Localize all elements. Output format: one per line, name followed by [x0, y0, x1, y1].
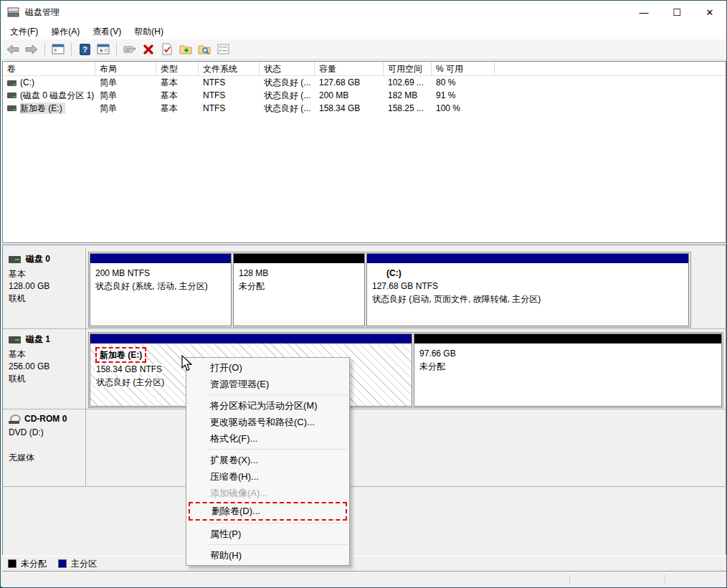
menu-action[interactable]: 操作(A) [44, 24, 86, 40]
minimize-button[interactable]: — [627, 1, 660, 24]
menu-separator [208, 394, 348, 395]
legend-unallocated: 未分配 [8, 558, 47, 570]
partition-color-bar [367, 254, 688, 263]
menu-separator [208, 523, 348, 523]
svg-text:?: ? [82, 45, 87, 54]
toolbar-separator [71, 42, 72, 57]
folder-search-icon[interactable] [196, 42, 212, 57]
menu-separator [208, 449, 348, 450]
legend-primary-partition: 主分区 [58, 558, 97, 570]
action-pane-icon[interactable] [95, 42, 111, 57]
menu-help[interactable]: 帮助(H) [128, 24, 170, 40]
volume-icon [7, 105, 16, 111]
menu-file[interactable]: 文件(F) [4, 24, 44, 40]
volume-list-header: 卷 布局 类型 文件系统 状态 容量 可用空间 % 可用 [3, 62, 726, 76]
disk0-info-panel[interactable]: 磁盘 0 基本 128.00 GB 联机 [3, 249, 86, 328]
app-disk-icon [7, 6, 20, 18]
console-tree-icon[interactable] [50, 42, 66, 57]
highlight-box-volume-label: 新加卷 (E:) [95, 347, 146, 363]
volume-list-pane: 卷 布局 类型 文件系统 状态 容量 可用空间 % 可用 (C:) 简单 基本 … [2, 61, 726, 243]
menu-item-help[interactable]: 帮助(H) [186, 547, 349, 564]
forward-arrow-icon[interactable] [24, 42, 39, 57]
disk0-row: 磁盘 0 基本 128.00 GB 联机 200 MB NTFS 状态良好 (系… [3, 249, 726, 329]
help-icon[interactable]: ? [77, 42, 92, 57]
menu-view[interactable]: 查看(V) [86, 24, 128, 40]
table-row[interactable]: (C:) 简单 基本 NTFS 状态良好 (... 127.68 GB 102.… [3, 76, 726, 89]
menu-item-delete-volume[interactable]: 删除卷(D)... [190, 503, 346, 519]
partition-color-bar [90, 254, 231, 263]
cdrom-info-panel[interactable]: CD-ROM 0 DVD (D:) 无媒体 [3, 409, 86, 486]
col-filesystem[interactable]: 文件系统 [199, 62, 260, 75]
divider [665, 574, 665, 585]
volume-icon [7, 80, 16, 86]
folder-up-icon[interactable] [178, 42, 194, 57]
menu-item-properties[interactable]: 属性(P) [186, 526, 349, 542]
window-title: 磁盘管理 [25, 6, 60, 19]
menu-item-explorer[interactable]: 资源管理器(E) [186, 376, 349, 392]
validate-doc-icon[interactable] [159, 42, 175, 57]
divider [3, 486, 726, 487]
status-bar [2, 572, 726, 587]
delete-x-icon[interactable] [141, 42, 156, 57]
disk1-row: 磁盘 1 基本 256.00 GB 联机 新加卷 (E:) 158.34 GB … [3, 329, 726, 409]
col-free-space[interactable]: 可用空间 [384, 62, 432, 75]
disk1-info-panel[interactable]: 磁盘 1 基本 256.00 GB 联机 [3, 329, 86, 409]
partition-color-bar [234, 254, 364, 263]
disk0-partition-system[interactable]: 200 MB NTFS 状态良好 (系统, 活动, 主分区) [90, 253, 232, 326]
cdrom-icon [9, 414, 19, 424]
graphical-pane: 磁盘 0 基本 128.00 GB 联机 200 MB NTFS 状态良好 (系… [2, 245, 726, 555]
toolbar: ? [1, 39, 726, 60]
menu-item-change-drive-letter[interactable]: 更改驱动器号和路径(C)... [186, 414, 349, 430]
disk1-partition-unallocated[interactable]: 97.66 GB 未分配 [414, 333, 722, 407]
status-popup-icon[interactable] [122, 42, 138, 57]
partition-color-bar [414, 334, 721, 343]
col-status[interactable]: 状态 [260, 62, 315, 75]
divider [569, 574, 570, 585]
mouse-cursor [181, 355, 194, 374]
legend-bar: 未分配 主分区 [2, 556, 726, 572]
unallocated-swatch [8, 559, 16, 568]
menu-bar: 文件(F) 操作(A) 查看(V) 帮助(H) [1, 24, 726, 39]
toolbar-separator [116, 42, 117, 57]
cdrom-row: CD-ROM 0 DVD (D:) 无媒体 [3, 409, 726, 487]
table-row[interactable]: (磁盘 0 磁盘分区 1) 简单 基本 NTFS 状态良好 (... 200 M… [3, 89, 726, 102]
menu-item-add-mirror: 添加镜像(A)... [186, 485, 349, 501]
menu-item-open[interactable]: 打开(O) [186, 359, 349, 376]
col-volume[interactable]: 卷 [3, 62, 95, 75]
disk0-partition-unallocated[interactable]: 128 MB 未分配 [233, 253, 365, 326]
volume-icon [7, 93, 16, 98]
col-type[interactable]: 类型 [156, 62, 199, 75]
partition-color-bar [90, 334, 412, 343]
disk-management-window: 磁盘管理 — ☐ ✕ 文件(F) 操作(A) 查看(V) 帮助(H) ? [0, 0, 727, 588]
disk-icon [9, 336, 21, 343]
primary-partition-swatch [58, 559, 67, 568]
col-layout[interactable]: 布局 [95, 62, 156, 75]
close-button[interactable]: ✕ [693, 1, 726, 24]
menu-item-format[interactable]: 格式化(F)... [186, 430, 349, 447]
back-arrow-icon[interactable] [5, 42, 21, 57]
col-pct-free[interactable]: % 可用 [432, 62, 495, 75]
menu-separator [208, 544, 348, 545]
toolbar-separator [44, 42, 45, 57]
volume-context-menu: 打开(O) 资源管理器(E) 将分区标记为活动分区(M) 更改驱动器号和路径(C… [186, 357, 350, 566]
table-row-selected[interactable]: 新加卷 (E:) 简单 基本 NTFS 状态良好 (... 158.34 GB … [3, 102, 726, 115]
disk-icon [9, 256, 21, 263]
menu-item-extend-volume[interactable]: 扩展卷(X)... [186, 452, 349, 468]
task-list-icon[interactable] [215, 42, 231, 57]
menu-item-mark-active[interactable]: 将分区标记为活动分区(M) [186, 397, 349, 414]
highlight-box-delete-volume: 删除卷(D)... [189, 502, 347, 521]
disk0-strip: 200 MB NTFS 状态良好 (系统, 活动, 主分区) 128 MB 未分… [88, 252, 691, 328]
col-capacity[interactable]: 容量 [315, 62, 384, 75]
maximize-button[interactable]: ☐ [660, 1, 693, 24]
disk0-partition-c[interactable]: (C:) 127.68 GB NTFS 状态良好 (启动, 页面文件, 故障转储… [366, 253, 689, 326]
title-bar: 磁盘管理 — ☐ ✕ [1, 1, 726, 24]
menu-item-shrink-volume[interactable]: 压缩卷(H)... [186, 468, 349, 485]
